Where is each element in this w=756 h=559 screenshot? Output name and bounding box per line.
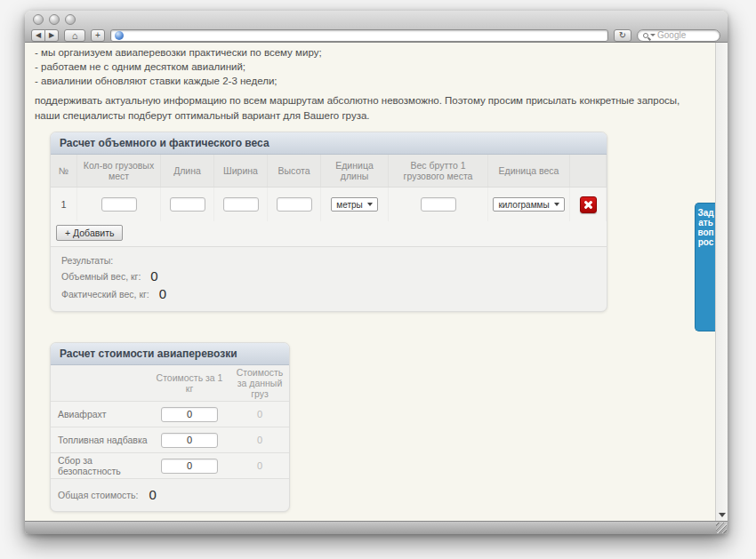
close-window-button[interactable] (33, 14, 44, 25)
col-price-per-kg: Стоимость за 1 кг (150, 365, 229, 402)
refresh-icon: ↻ (619, 30, 626, 40)
fuel-surcharge-total: 0 (229, 427, 290, 453)
volume-calc-table-header: № Кол-во грузовых мест Длина Ширина Высо… (51, 155, 607, 188)
volume-weight-label: Объемный вес, кг: (61, 271, 141, 282)
cost-row-label: Авиафрахт (51, 402, 150, 427)
cargo-row: 1 метры килограммы (51, 188, 607, 221)
col-length: Длина (161, 155, 214, 187)
address-bar[interactable] (110, 29, 608, 42)
delete-row-button[interactable] (580, 196, 597, 213)
cost-row-security-fee: Сбор за безопастность 0 (51, 453, 289, 479)
intro-line-2: - работаем не с одним десятком авиалиний… (35, 60, 703, 74)
page-content: - мы организуем авиаперевозки практическ… (25, 43, 728, 521)
col-width: Ширина (214, 155, 268, 187)
length-unit-select[interactable]: метры (331, 197, 377, 212)
cost-row-label: Топливная надбавка (51, 427, 150, 453)
forward-button[interactable]: ▶ (44, 29, 59, 42)
col-pieces: Кол-во грузовых мест (77, 155, 161, 187)
forward-icon: ▶ (49, 31, 54, 39)
height-input[interactable] (277, 197, 312, 212)
chevron-down-icon (367, 203, 373, 206)
col-gross-weight: Вес брутто 1 грузового места (389, 155, 488, 187)
actual-weight-value: 0 (159, 286, 166, 301)
add-row-area: + Добавить (51, 221, 607, 246)
pieces-input[interactable] (101, 197, 137, 212)
search-icon (643, 33, 648, 38)
globe-favicon (115, 31, 124, 40)
nav-buttons: ◀ ▶ (31, 29, 59, 42)
scroll-down-arrow[interactable] (719, 513, 726, 517)
plus-icon: + (95, 30, 101, 40)
zoom-window-button[interactable] (65, 14, 76, 25)
search-field[interactable] (637, 29, 720, 42)
browser-window: ◀ ▶ ⌂ + ↻ - мы организуем авиаперевозки … (25, 11, 728, 534)
security-fee-total: 0 (229, 453, 290, 479)
home-icon: ⌂ (72, 30, 78, 41)
new-tab-button[interactable]: + (91, 29, 105, 42)
results-section: Результаты: Объемный вес, кг:0 Фактическ… (51, 246, 607, 311)
volume-weight-line: Объемный вес, кг:0 (61, 268, 596, 285)
length-unit-value: метры (336, 200, 362, 210)
col-price-cargo: Стоимость за данный груз (229, 365, 290, 402)
intro-line-3: - авиалинии обновляют ставки каждые 2-3 … (35, 74, 703, 88)
back-button[interactable]: ◀ (31, 29, 45, 42)
actual-weight-label: Фактический вес, кг: (61, 289, 149, 299)
intro-line-1: - мы организуем авиаперевозки практическ… (35, 45, 703, 60)
back-icon: ◀ (36, 31, 41, 39)
width-input[interactable] (223, 197, 259, 212)
volume-weight-value: 0 (150, 268, 157, 283)
volume-calc-title: Расчет объемного и фактического веса (51, 132, 607, 155)
cost-row-fuel-surcharge: Топливная надбавка 0 (51, 427, 289, 453)
col-actions (570, 155, 607, 187)
airfreight-total: 0 (229, 402, 290, 427)
chevron-down-icon (554, 203, 559, 206)
refresh-button[interactable]: ↻ (614, 29, 631, 42)
cost-calc-title: Расчет стоимости авиаперевозки (51, 343, 289, 365)
search-input[interactable] (657, 30, 711, 40)
col-length-unit: Единица длины (321, 155, 389, 187)
col-number: № (51, 155, 77, 187)
cost-row-label: Сбор за безопастность (51, 453, 150, 479)
col-weight-unit: Единица веса (488, 155, 570, 187)
search-chevron-icon (650, 34, 655, 36)
col-height: Высота (268, 155, 321, 187)
total-cost-label: Общая стоимость: (58, 490, 138, 500)
results-label: Результаты: (61, 254, 596, 268)
actual-weight-line: Фактический вес, кг:0 (61, 285, 596, 303)
intro-paragraph: поддерживать актуальную информацию по вс… (35, 93, 703, 124)
total-cost-value: 0 (149, 487, 156, 502)
fuel-surcharge-per-kg-input[interactable] (161, 433, 218, 448)
row-number: 1 (51, 188, 77, 221)
minimize-window-button[interactable] (49, 14, 60, 25)
cost-row-airfreight: Авиафрахт 0 (51, 402, 289, 427)
security-fee-per-kg-input[interactable] (161, 459, 218, 474)
status-bar (25, 521, 728, 534)
add-row-button[interactable]: + Добавить (56, 225, 123, 241)
weight-unit-value: килограммы (498, 200, 549, 210)
window-titlebar[interactable] (25, 11, 728, 28)
cost-calc-table-header: Стоимость за 1 кг Стоимость за данный гр… (51, 365, 289, 402)
volume-calc-panel: Расчет объемного и фактического веса № К… (50, 132, 607, 312)
intro-text: - мы организуем авиаперевозки практическ… (25, 43, 715, 124)
col-empty (51, 365, 150, 402)
cost-calc-panel: Расчет стоимости авиаперевозки Стоимость… (50, 342, 290, 512)
gross-weight-input[interactable] (421, 197, 456, 212)
length-input[interactable] (170, 197, 205, 212)
ask-question-tab[interactable]: Задать вопрос (695, 203, 716, 331)
home-button[interactable]: ⌂ (64, 29, 85, 42)
weight-unit-select[interactable]: килограммы (493, 197, 564, 212)
total-cost-line: Общая стоимость:0 (51, 479, 289, 511)
browser-toolbar: ◀ ▶ ⌂ + ↻ (25, 28, 728, 43)
vertical-scrollbar[interactable] (715, 43, 728, 521)
resize-grip[interactable] (716, 523, 727, 533)
airfreight-per-kg-input[interactable] (161, 407, 218, 422)
